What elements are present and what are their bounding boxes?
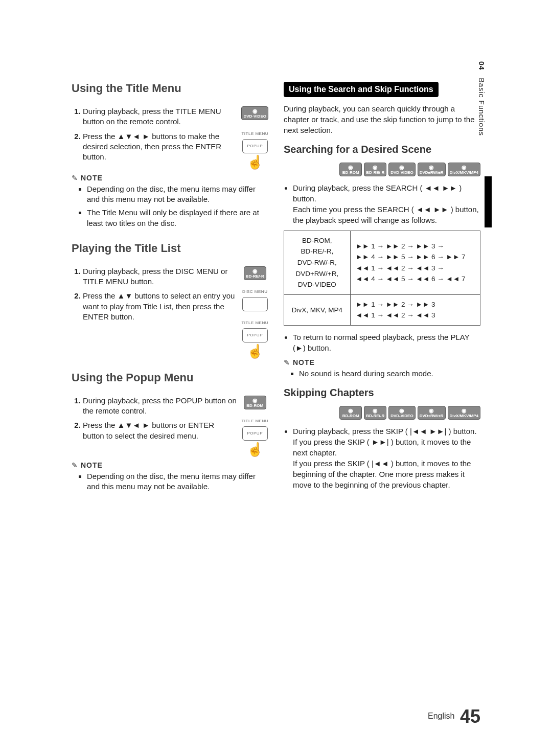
- right-column: Using the Search and Skip Functions Duri…: [284, 82, 480, 496]
- step: Press the ▲▼◄ ► buttons to make the desi…: [83, 131, 237, 163]
- note-heading: NOTE: [72, 461, 268, 469]
- title-menu-steps: During playback, press the TITLE MENU bu…: [72, 106, 237, 162]
- disc-badge-icon: BD-RE/-R: [364, 163, 386, 176]
- title-menu-notes: Depending on the disc, the menu items ma…: [72, 184, 268, 228]
- disc-badge-icon: DivX/MKV/MP4: [448, 406, 480, 420]
- heading-search-scene: Searching for a Desired Scene: [284, 144, 480, 155]
- bullet-item: During playback, press the SKIP ( |◄◄ ►►…: [293, 426, 480, 490]
- skip-bullets: During playback, press the SKIP ( |◄◄ ►►…: [284, 426, 480, 490]
- table-cell: DivX, MKV, MP4: [284, 294, 351, 325]
- bullet-item: During playback, press the SEARCH ( ◄◄ ►…: [293, 182, 480, 225]
- remote-sublabel: POPUP: [243, 144, 267, 148]
- note-heading: NOTE: [72, 174, 268, 182]
- disc-badge-icon: DVD-VIDEO: [388, 406, 415, 420]
- search-bullets: During playback, press the SEARCH ( ◄◄ ►…: [284, 182, 480, 225]
- note-item: Depending on the disc, the menu items ma…: [87, 184, 268, 205]
- hand-icon: ☝: [247, 345, 263, 358]
- hand-icon: ☝: [247, 155, 263, 169]
- step: During playback, press the DISC MENU or …: [83, 266, 237, 287]
- heading-popup-menu: Using the Popup Menu: [72, 371, 268, 384]
- disc-badge-icon: DVD±RW/±R: [418, 406, 446, 420]
- page-number: 45: [460, 706, 480, 727]
- remote-label: TITLE MENU: [241, 131, 268, 136]
- remote-illustration: BD-ROM TITLE MENU POPUP ☝: [241, 396, 268, 456]
- footer-language: English: [428, 712, 454, 720]
- step: During playback, press the TITLE MENU bu…: [83, 106, 237, 127]
- disc-badge-row: BD-ROM BD-RE/-R DVD-VIDEO DVD±RW/±R DivX…: [284, 163, 480, 176]
- disc-badge-icon: BD-ROM: [339, 406, 362, 420]
- note-item: Depending on the disc, the menu items ma…: [87, 471, 268, 492]
- disc-badge-icon: DivX/MKV/MP4: [448, 163, 480, 176]
- intro-paragraph: During playback, you can search quickly …: [284, 103, 480, 135]
- remote-illustration: BD-RE/-R DISC MENU TITLE MENU POPUP ☝: [241, 266, 268, 358]
- step: Press the ▲▼◄ ► buttons or ENTER button …: [83, 420, 237, 441]
- table-cell: BD-ROM, BD-RE/-R, DVD-RW/-R, DVD+RW/+R, …: [284, 231, 351, 294]
- manual-page: 04 Basic Functions Using the Title Menu …: [0, 0, 552, 756]
- table-cell: ►► 1 → ►► 2 → ►► 3 → ►► 4 → ►► 5 → ►► 6 …: [350, 231, 480, 294]
- chapter-number: 04: [477, 61, 486, 71]
- title-list-steps: During playback, press the DISC MENU or …: [72, 266, 237, 322]
- remote-sublabel: POPUP: [243, 333, 267, 337]
- remote-sublabel: POPUP: [243, 431, 267, 436]
- disc-badge-icon: DVD-VIDEO: [388, 163, 415, 176]
- note-heading: NOTE: [284, 358, 480, 366]
- note-item: The Title Menu will only be displayed if…: [87, 208, 268, 228]
- remote-button-icon: [242, 297, 268, 311]
- chapter-tab: 04 Basic Functions: [477, 61, 486, 136]
- remote-button-icon: POPUP: [242, 426, 268, 441]
- chapter-title: Basic Functions: [477, 78, 486, 136]
- step: Press the ▲▼ buttons to select an entry …: [83, 291, 237, 322]
- left-column: Using the Title Menu During playback, pr…: [72, 82, 268, 496]
- remote-label: DISC MENU: [242, 289, 267, 294]
- disc-badge-icon: BD-ROM: [339, 163, 362, 176]
- table-cell: ►► 1 → ►► 2 → ►► 3 ◄◄ 1 → ◄◄ 2 → ◄◄ 3: [350, 294, 480, 325]
- disc-badge-icon: BD-RE/-R: [364, 406, 386, 420]
- disc-badge-icon: DVD±RW/±R: [418, 163, 446, 176]
- heading-skipping: Skipping Chapters: [284, 387, 480, 399]
- popup-menu-notes: Depending on the disc, the menu items ma…: [72, 471, 268, 492]
- disc-badge-icon: BD-ROM: [244, 396, 266, 409]
- side-marker: [485, 176, 492, 227]
- search-notes: No sound is heard during search mode.: [284, 369, 480, 379]
- step: During playback, press the POPUP button …: [83, 396, 237, 417]
- speed-table: BD-ROM, BD-RE/-R, DVD-RW/-R, DVD+RW/+R, …: [284, 231, 480, 326]
- section-bar: Using the Search and Skip Functions: [284, 82, 439, 97]
- page-footer: English 45: [428, 706, 480, 727]
- search-bullets-2: To return to normal speed playback, pres…: [284, 332, 480, 353]
- heading-title-list: Playing the Title List: [72, 242, 268, 255]
- remote-button-icon: POPUP: [242, 139, 268, 153]
- remote-label: TITLE MENU: [241, 419, 268, 423]
- note-item: No sound is heard during search mode.: [299, 369, 480, 379]
- disc-badge-icon: BD-RE/-R: [244, 266, 266, 280]
- disc-badge-row: BD-ROM BD-RE/-R DVD-VIDEO DVD±RW/±R DivX…: [284, 406, 480, 420]
- remote-button-icon: POPUP: [242, 328, 268, 342]
- disc-badge-icon: DVD-VIDEO: [241, 106, 268, 120]
- remote-illustration: DVD-VIDEO TITLE MENU POPUP ☝: [241, 106, 268, 169]
- popup-menu-steps: During playback, press the POPUP button …: [72, 396, 237, 441]
- bullet-item: To return to normal speed playback, pres…: [293, 332, 480, 353]
- table-row: DivX, MKV, MP4 ►► 1 → ►► 2 → ►► 3 ◄◄ 1 →…: [284, 294, 480, 325]
- heading-title-menu: Using the Title Menu: [72, 82, 268, 95]
- hand-icon: ☝: [247, 443, 263, 456]
- remote-label: TITLE MENU: [241, 320, 268, 325]
- table-row: BD-ROM, BD-RE/-R, DVD-RW/-R, DVD+RW/+R, …: [284, 231, 480, 294]
